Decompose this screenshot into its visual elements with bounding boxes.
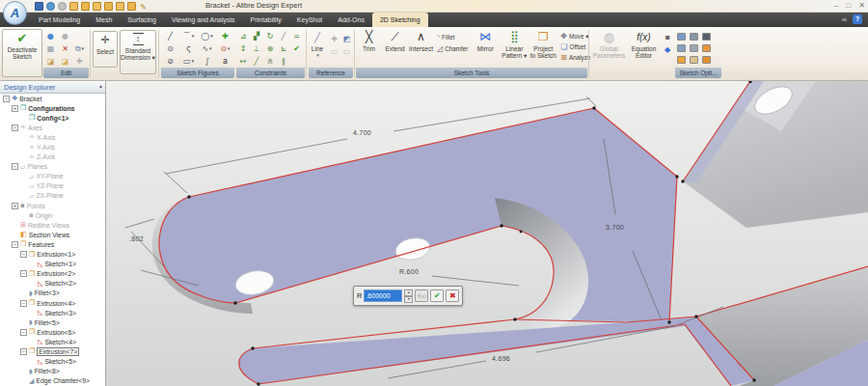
tree-item-bracket[interactable]: −❖Bracket bbox=[0, 94, 105, 103]
line-icon[interactable]: ╱ bbox=[161, 30, 179, 42]
blank[interactable] bbox=[72, 30, 87, 42]
new-drawing-icon[interactable] bbox=[104, 2, 113, 11]
tab-part-modeling[interactable]: Part Modeling bbox=[31, 13, 88, 27]
sketch-option-icon-1[interactable] bbox=[677, 33, 686, 41]
help-icon[interactable]: ? bbox=[853, 14, 862, 24]
confirm-button[interactable]: ✔ bbox=[430, 290, 444, 302]
expand-toggle-icon[interactable]: + bbox=[12, 203, 18, 209]
project-to-sketch-button[interactable]: ❒Projectto Sketch bbox=[529, 29, 557, 59]
spin-up-icon[interactable]: ▲ bbox=[404, 290, 413, 296]
chamfer-button[interactable]: ◿Chamfer bbox=[437, 44, 468, 53]
ref-node-icon[interactable]: ✛ bbox=[328, 33, 340, 45]
tangent-icon[interactable]: ↻ bbox=[263, 30, 277, 42]
radius-spinner[interactable]: ▲ ▼ bbox=[404, 290, 413, 302]
copy-icon[interactable]: ⧉▾ bbox=[72, 42, 87, 55]
fix-icon[interactable]: ⊾ bbox=[277, 42, 290, 55]
text-icon[interactable]: a bbox=[216, 55, 234, 68]
tree-item-extrusion-6-[interactable]: −❐Extrusion<6> bbox=[0, 327, 105, 337]
sketch-option-icon-9[interactable] bbox=[702, 56, 711, 64]
dimension-left[interactable]: .802 bbox=[129, 235, 144, 242]
tree-item-sketch-3-[interactable]: ◺Sketch<3> bbox=[0, 308, 105, 317]
box-icon[interactable]: ◪ bbox=[43, 55, 58, 68]
show-constraints-icon[interactable]: ✔ bbox=[290, 42, 303, 55]
sketch-option-icon-8[interactable] bbox=[690, 56, 698, 64]
linear-pattern-button[interactable]: ⣿LinearPattern ▾ bbox=[500, 29, 529, 59]
tree-item-y-axis[interactable]: ✳Y-Axis bbox=[0, 142, 105, 152]
move-button[interactable]: ✥Move ▾ bbox=[560, 32, 590, 41]
tree-item-sketch-1-[interactable]: ◺Sketch<1> bbox=[0, 260, 105, 269]
edit-icon[interactable]: ✎ bbox=[139, 2, 148, 11]
expand-toggle-icon[interactable]: − bbox=[12, 124, 18, 131]
equation-button[interactable]: f(x) bbox=[415, 290, 428, 302]
vertical-icon[interactable]: ↕ bbox=[236, 42, 250, 55]
tree-item-extrusion-1-[interactable]: −❐Extrusion<1> bbox=[0, 250, 105, 260]
tree-item-xy-plane[interactable]: ▱XY-Plane bbox=[0, 172, 105, 181]
concentric-icon[interactable]: ⊕ bbox=[263, 42, 277, 55]
new-sheetmetal-icon[interactable] bbox=[93, 2, 101, 11]
offset-button[interactable]: ❏Offset bbox=[560, 42, 590, 51]
sphere-gray-icon[interactable]: ● bbox=[58, 30, 72, 42]
globe-blue-icon[interactable] bbox=[46, 2, 55, 11]
colinear-icon[interactable]: ╱ bbox=[250, 55, 263, 68]
tab-surfacing[interactable]: Surfacing bbox=[120, 13, 164, 27]
circle2-icon[interactable]: ⊙ bbox=[161, 42, 179, 55]
tree-item-sketch-5-[interactable]: ◺Sketch<5> bbox=[0, 357, 105, 367]
new-part-icon[interactable] bbox=[69, 2, 78, 11]
new-project-icon[interactable] bbox=[127, 2, 136, 11]
grid-icon[interactable]: ▦ bbox=[43, 42, 58, 55]
equal-icon[interactable]: = bbox=[290, 30, 303, 42]
sketch-option-icon-6[interactable] bbox=[702, 44, 711, 52]
expand-toggle-icon[interactable]: − bbox=[12, 163, 18, 170]
reference-line-button[interactable]: ╱ Line ▾ bbox=[309, 29, 326, 59]
rect-icon[interactable]: ▭▾ bbox=[179, 55, 198, 68]
tree-item-origin[interactable]: ▪Origin bbox=[0, 210, 105, 220]
radius-input[interactable]: .600000 bbox=[364, 290, 402, 302]
tree-item-x-axis[interactable]: ✳X-Axis bbox=[0, 132, 105, 142]
expand-toggle-icon[interactable]: − bbox=[20, 270, 27, 277]
tab-mesh[interactable]: Mesh bbox=[88, 13, 120, 27]
expand-toggle-icon[interactable]: − bbox=[3, 96, 10, 102]
delete-icon[interactable]: ✕ bbox=[58, 42, 72, 55]
fillet-button[interactable]: ◝Fillet bbox=[437, 33, 468, 41]
expand-toggle-icon[interactable]: − bbox=[20, 329, 27, 336]
dimension-radius[interactable]: R.600 bbox=[399, 268, 419, 275]
equation-editor-button[interactable]: f(x) Equation Editor bbox=[627, 29, 661, 59]
expand-toggle-icon[interactable]: − bbox=[20, 348, 27, 355]
tree-item-sketch-4-[interactable]: ◺Sketch<4> bbox=[0, 337, 105, 346]
curve-icon[interactable]: ∫ bbox=[198, 55, 216, 68]
sketch-option-icon-3[interactable] bbox=[702, 33, 711, 41]
midpoint-icon[interactable]: ▞ bbox=[250, 30, 263, 42]
analyze-button[interactable]: ⊞Analyze bbox=[560, 53, 590, 62]
tab-viewing-and-analysis[interactable]: Viewing and Analysis bbox=[164, 13, 243, 27]
coincident-icon[interactable]: ⊿ bbox=[236, 30, 250, 42]
tree-item-points[interactable]: +▪Points bbox=[0, 201, 105, 210]
alibre-logo-icon[interactable]: A bbox=[3, 1, 27, 25]
tree-item-section-views[interactable]: ◧Section Views bbox=[0, 230, 105, 239]
cancel-button[interactable]: ✖ bbox=[446, 290, 459, 302]
ellipse-icon[interactable]: ⊙▾ bbox=[216, 42, 234, 55]
sketch-option-icon-2[interactable] bbox=[690, 33, 698, 41]
model-viewport[interactable]: 4.700 .802 R.600 3.700 4.696 R .600000 ▲… bbox=[106, 81, 868, 386]
tree-item-z-axis[interactable]: ✳Z-Axis bbox=[0, 152, 105, 162]
tree-item-fillet-3-[interactable]: ◗Fillet<3> bbox=[0, 289, 105, 298]
add-icon[interactable]: ✚ bbox=[72, 55, 87, 68]
dimension-top[interactable]: 4.700 bbox=[353, 129, 371, 136]
new-assembly-icon[interactable] bbox=[81, 2, 90, 11]
tab-printability[interactable]: Printability bbox=[243, 13, 289, 27]
tree-item-configurations[interactable]: +❒Configurations bbox=[0, 103, 105, 113]
spline-icon[interactable]: ς bbox=[179, 42, 198, 55]
expand-toggle-icon[interactable]: − bbox=[20, 300, 27, 307]
sketch-option-icon-7[interactable] bbox=[677, 56, 686, 64]
tree-item-planes[interactable]: −▱Planes bbox=[0, 162, 105, 172]
tab-2d-sketching[interactable]: 2D Sketching bbox=[372, 13, 428, 27]
sketch-option-icon-4[interactable] bbox=[677, 44, 686, 52]
close-button[interactable]: ✕ bbox=[858, 0, 865, 12]
scroll-up-icon[interactable]: ▲ bbox=[98, 83, 103, 89]
tree-item-fillet-8-[interactable]: ◗Fillet<8> bbox=[0, 367, 105, 376]
ref-figure-icon[interactable]: ◩ bbox=[340, 33, 353, 45]
maximize-button[interactable]: □ bbox=[846, 0, 851, 12]
mirror-button[interactable]: ⋈Mirror bbox=[471, 29, 500, 59]
tree-item-zx-plane[interactable]: ▱ZX-Plane bbox=[0, 191, 105, 201]
view-icon[interactable]: ▪ bbox=[665, 33, 669, 41]
circle-icon[interactable]: ◯▾ bbox=[198, 30, 216, 42]
